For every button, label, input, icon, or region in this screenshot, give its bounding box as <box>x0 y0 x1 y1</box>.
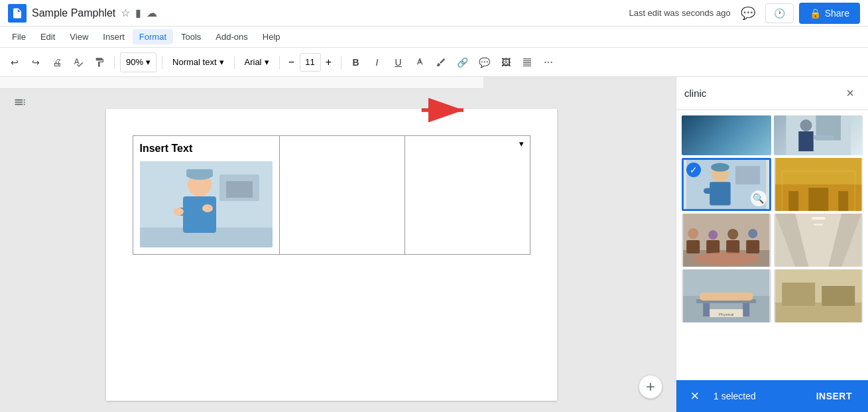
selection-bottom-bar: × 1 selected INSERT <box>676 380 868 412</box>
svg-rect-37 <box>746 240 759 253</box>
text-style-value: Normal text <box>172 57 216 67</box>
svg-point-39 <box>708 230 717 240</box>
font-size-increase[interactable]: + <box>322 53 336 72</box>
svg-rect-25 <box>715 186 728 191</box>
spellcheck-button[interactable] <box>69 52 88 72</box>
menu-view[interactable]: View <box>63 29 95 44</box>
panel-header: × <box>676 77 868 110</box>
header-buttons: 💬 🕐 🔒 Share <box>736 1 860 25</box>
svg-rect-31 <box>838 191 848 211</box>
menu-help[interactable]: Help <box>256 29 287 44</box>
print-button[interactable]: 🖨 <box>48 52 66 72</box>
panel-close-button[interactable]: × <box>840 84 860 103</box>
ruler <box>0 77 483 89</box>
image-search-input[interactable] <box>684 88 835 99</box>
more-button[interactable]: ⋯ <box>539 52 558 72</box>
image-thumbnail-1[interactable] <box>682 115 771 155</box>
separator-3 <box>234 56 235 69</box>
font-dropdown[interactable]: Arial ▾ <box>240 52 274 72</box>
selected-checkmark: ✓ <box>686 163 701 177</box>
separator-1 <box>114 56 115 69</box>
image-thumbnail-2[interactable] <box>774 115 863 155</box>
image-thumbnail-8[interactable] <box>774 269 863 322</box>
svg-rect-53 <box>700 293 753 301</box>
main-area: Insert Text <box>0 77 868 412</box>
font-size-control: − + <box>285 53 336 72</box>
menu-edit[interactable]: Edit <box>34 29 62 44</box>
svg-rect-58 <box>782 283 815 306</box>
share-lock-icon: 🔒 <box>810 8 821 19</box>
menu-insert[interactable]: Insert <box>96 29 131 44</box>
document-page-container: Insert Text <box>106 109 570 399</box>
svg-point-40 <box>727 229 738 240</box>
italic-button[interactable]: I <box>368 52 387 72</box>
document-table: Insert Text <box>133 135 530 255</box>
image-thumbnail-4[interactable] <box>774 158 863 211</box>
outline-icon[interactable] <box>13 96 27 111</box>
text-style-dropdown[interactable]: Normal text ▾ <box>168 52 228 72</box>
table-cell-3: ▾ <box>404 136 530 255</box>
svg-rect-46 <box>812 217 825 220</box>
image-thumbnail-7[interactable]: Physical <box>682 269 771 322</box>
highlight-color-button[interactable] <box>432 52 450 72</box>
align-button[interactable] <box>518 52 536 72</box>
toolbar: ↩ ↪ 🖨 90% ▾ Normal text ▾ Arial ▾ − + B … <box>0 48 868 77</box>
svg-rect-52 <box>743 303 749 316</box>
svg-rect-51 <box>703 303 710 316</box>
link-button[interactable]: 🔗 <box>453 52 472 72</box>
menu-tools[interactable]: Tools <box>174 29 208 44</box>
app-icon <box>8 4 27 23</box>
font-size-decrease[interactable]: − <box>285 53 298 72</box>
add-image-button[interactable] <box>639 375 662 399</box>
separator-4 <box>279 56 280 69</box>
cell-resize-handle[interactable]: ▾ <box>519 139 527 147</box>
table-cell-2 <box>279 136 404 255</box>
svg-rect-47 <box>814 224 823 226</box>
svg-point-41 <box>748 229 757 238</box>
font-value: Arial <box>245 57 262 67</box>
menu-file[interactable]: File <box>5 29 32 44</box>
cloud-icon[interactable]: ☁ <box>147 7 157 19</box>
insert-label: INSERT <box>816 391 852 401</box>
close-icon: × <box>846 86 854 101</box>
svg-point-13 <box>202 204 213 212</box>
image-search-panel: × ✓ <box>676 77 868 412</box>
zoom-selector[interactable]: 90% ▾ <box>120 52 156 72</box>
menu-format[interactable]: Format <box>133 29 173 44</box>
doctor-image <box>140 161 273 247</box>
table-cell-1: Insert Text <box>133 136 279 255</box>
folder-icon[interactable]: ▮ <box>135 7 141 19</box>
svg-point-42 <box>693 252 759 265</box>
svg-rect-29 <box>788 191 798 211</box>
insert-text-label: Insert Text <box>140 143 273 155</box>
last-edit-text: Last edit was seconds ago <box>629 8 730 18</box>
undo-button[interactable]: ↩ <box>5 52 24 72</box>
image-thumbnail-3[interactable]: ✓ 🔍 <box>682 158 771 211</box>
menu-addons[interactable]: Add-ons <box>209 29 254 44</box>
image-thumbnail-6[interactable] <box>774 214 863 267</box>
share-button[interactable]: 🔒 Share <box>799 3 860 24</box>
image-button[interactable]: 🖼 <box>497 52 515 72</box>
svg-rect-17 <box>798 131 814 151</box>
svg-rect-18 <box>813 135 833 139</box>
insert-button[interactable]: INSERT <box>808 385 860 407</box>
svg-rect-35 <box>706 240 719 253</box>
bold-button[interactable]: B <box>347 52 365 72</box>
image-grid: ✓ 🔍 <box>676 110 868 380</box>
text-color-button[interactable] <box>410 52 429 72</box>
separator-5 <box>341 56 341 69</box>
star-icon[interactable]: ☆ <box>121 7 130 19</box>
history-button[interactable]: 🕐 <box>765 3 794 23</box>
comments-button[interactable]: 💬 <box>736 1 760 25</box>
cancel-icon: × <box>691 387 700 405</box>
cancel-selection-button[interactable]: × <box>684 385 706 407</box>
font-size-input[interactable] <box>300 53 321 72</box>
image-thumbnail-5[interactable] <box>682 214 771 267</box>
paint-format-button[interactable] <box>90 52 109 72</box>
redo-button[interactable]: ↪ <box>27 52 45 72</box>
comment-inline-button[interactable]: 💬 <box>475 52 494 72</box>
svg-point-12 <box>173 208 184 216</box>
zoom-icon[interactable]: 🔍 <box>751 190 767 206</box>
underline-button[interactable]: U <box>389 52 408 72</box>
document-area: Insert Text <box>0 77 676 412</box>
